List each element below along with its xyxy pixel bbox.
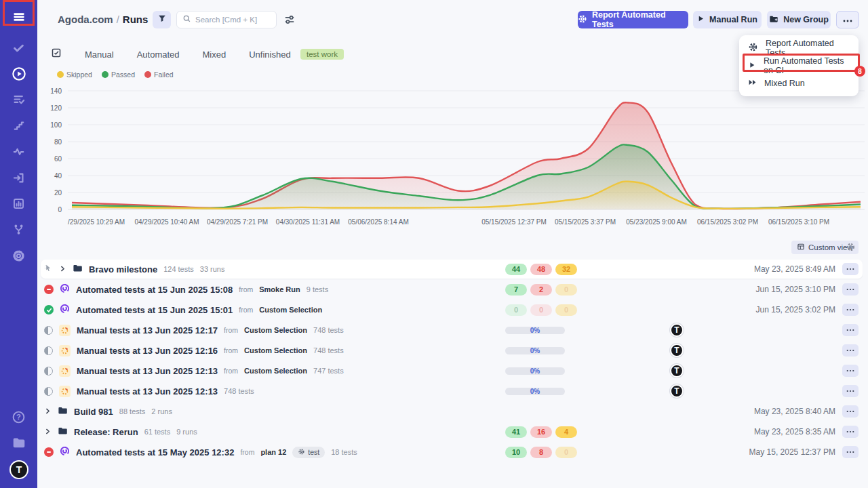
sidebar-item-projects[interactable] xyxy=(7,432,30,455)
run-title[interactable]: Automated tests at 15 Jun 2025 15:01 xyxy=(76,305,233,315)
row-more-button[interactable] xyxy=(842,426,859,438)
sidebar: ?T xyxy=(0,0,37,488)
status-in-progress-icon xyxy=(44,346,53,355)
row-more-button[interactable] xyxy=(842,446,859,458)
sidebar-item-runs[interactable] xyxy=(7,64,30,86)
expand-chevron-icon[interactable] xyxy=(44,426,52,438)
row-more-button[interactable] xyxy=(842,344,859,357)
tab-automated[interactable]: Automated xyxy=(137,49,180,60)
sliders-icon[interactable] xyxy=(283,14,296,26)
group-row[interactable]: Release: Rerun61 tests9 runs41164May 23,… xyxy=(41,422,863,441)
status-passed-icon xyxy=(44,305,54,314)
run-title[interactable]: Manual tests at 13 Jun 2025 12:16 xyxy=(77,346,218,356)
run-row[interactable]: Automated tests at 15 May 2025 12:32from… xyxy=(41,443,863,462)
gear-icon xyxy=(298,448,305,457)
group-title[interactable]: Release: Rerun xyxy=(74,427,138,437)
run-tag[interactable]: test xyxy=(292,447,325,458)
automated-run-icon xyxy=(60,304,70,317)
breadcrumb-project[interactable]: Agoda.com xyxy=(58,14,113,25)
tab-manual[interactable]: Manual xyxy=(85,49,114,60)
from-source[interactable]: Custom Selection xyxy=(244,367,307,375)
from-source[interactable]: Custom Selection xyxy=(259,306,322,314)
row-more-button[interactable] xyxy=(842,405,859,418)
run-row[interactable]: Manual tests at 13 Jun 2025 12:13fromCus… xyxy=(41,361,863,380)
from-label: from xyxy=(239,306,253,314)
run-row[interactable]: Manual tests at 13 Jun 2025 12:17fromCus… xyxy=(41,321,863,340)
from-source[interactable]: plan 12 xyxy=(260,448,286,456)
expand-chevron-icon[interactable] xyxy=(44,405,52,418)
search-box[interactable] xyxy=(176,11,277,28)
badge-yellow: 32 xyxy=(555,264,577,275)
test-work-tag[interactable]: test work xyxy=(300,49,344,60)
assignee-avatar[interactable]: T xyxy=(670,344,684,357)
group-title[interactable]: Build 981 xyxy=(74,407,113,417)
result-badges: 720 xyxy=(505,284,577,296)
run-title[interactable]: Automated tests at 15 Jun 2025 15:08 xyxy=(76,285,233,295)
row-more-button[interactable] xyxy=(842,365,859,377)
sidebar-item-import[interactable] xyxy=(7,168,30,190)
sidebar-item-plans[interactable] xyxy=(7,89,30,112)
run-row[interactable]: Manual tests at 13 Jun 2025 12:13748 tes… xyxy=(41,382,863,401)
manual-run-button[interactable]: Manual Run xyxy=(693,11,762,28)
run-row[interactable]: Manual tests at 13 Jun 2025 12:16fromCus… xyxy=(41,341,863,360)
run-timestamp: May 15, 2025 12:37 PM xyxy=(749,447,835,457)
sidebar-item-branches[interactable] xyxy=(7,220,30,242)
from-source[interactable]: Custom Selection xyxy=(244,346,307,354)
sidebar-item-tests[interactable] xyxy=(7,38,30,60)
group-row[interactable]: Build 98188 tests2 runsMay 23, 2025 8:40… xyxy=(41,402,863,421)
fast-forward-icon xyxy=(748,78,757,89)
row-more-button[interactable] xyxy=(842,385,859,397)
tab-unfinished[interactable]: Unfinished xyxy=(249,49,290,60)
sidebar-item-pulse[interactable] xyxy=(7,142,30,164)
filter-button[interactable] xyxy=(153,11,171,28)
assignee-avatar[interactable]: T xyxy=(670,384,684,398)
line-passed xyxy=(72,144,861,209)
more-actions-button[interactable] xyxy=(836,11,859,28)
assignee-avatar[interactable]: T xyxy=(670,364,684,378)
menu-item-mixed-run[interactable]: Mixed Run xyxy=(739,75,859,92)
ellipsis-icon xyxy=(843,15,852,24)
y-axis-tick: 20 xyxy=(37,189,62,197)
app-logo[interactable]: T xyxy=(9,460,28,479)
folder-icon xyxy=(73,263,83,276)
from-source[interactable]: Smoke Run xyxy=(259,285,300,293)
run-timestamp: May 23, 2025 8:40 AM xyxy=(754,407,835,416)
assignee-avatar[interactable]: T xyxy=(670,323,684,337)
view-settings-gear-icon[interactable] xyxy=(846,242,856,255)
row-more-button[interactable] xyxy=(842,283,859,296)
run-row[interactable]: Automated tests at 15 Jun 2025 15:01from… xyxy=(41,300,863,319)
report-automated-tests-button[interactable]: Report Automated Tests xyxy=(578,11,688,28)
bar-chart-icon xyxy=(12,197,25,213)
x-axis-tick: 05/06/2025 8:14 AM xyxy=(348,218,409,226)
sidebar-item-analytics[interactable] xyxy=(7,194,30,216)
row-more-button[interactable] xyxy=(842,324,859,336)
select-runs-icon[interactable] xyxy=(51,47,62,61)
help-icon: ? xyxy=(12,410,26,427)
sidebar-item-help[interactable]: ? xyxy=(7,407,30,430)
manual-run-icon xyxy=(59,345,71,357)
run-title[interactable]: Manual tests at 13 Jun 2025 12:13 xyxy=(77,386,218,396)
manual-run-icon xyxy=(59,365,71,377)
badge-green: 0 xyxy=(505,304,527,316)
new-group-button[interactable]: New Group xyxy=(767,11,831,28)
expand-chevron-icon[interactable] xyxy=(59,263,66,275)
from-source[interactable]: Custom Selection xyxy=(244,326,307,334)
run-title[interactable]: Manual tests at 13 Jun 2025 12:13 xyxy=(77,366,218,376)
group-title[interactable]: Bravo milestone xyxy=(89,264,157,274)
run-row[interactable]: Automated tests at 15 Jun 2025 15:08from… xyxy=(41,280,863,299)
tab-mixed[interactable]: Mixed xyxy=(203,49,226,60)
run-title[interactable]: Manual tests at 13 Jun 2025 12:17 xyxy=(77,325,218,336)
runs-area-chart: 020406080100120140/29/2025 10:29 AM04/29… xyxy=(37,85,868,229)
automated-run-icon xyxy=(60,283,70,296)
mouse-cursor-icon xyxy=(44,263,53,275)
row-more-button[interactable] xyxy=(842,304,859,316)
sidebar-item-settings[interactable] xyxy=(7,246,30,268)
x-axis-tick: 05/23/2025 9:00 AM xyxy=(626,218,687,226)
group-row[interactable]: Bravo milestone124 tests33 runs444832May… xyxy=(41,260,863,279)
row-more-button[interactable] xyxy=(842,263,859,275)
search-input[interactable] xyxy=(195,16,270,24)
run-title[interactable]: Automated tests at 15 May 2025 12:32 xyxy=(76,447,234,458)
result-badges: 1080 xyxy=(505,447,577,458)
x-axis-tick: /29/2025 10:29 AM xyxy=(68,218,125,226)
sidebar-item-steps[interactable] xyxy=(7,115,30,138)
